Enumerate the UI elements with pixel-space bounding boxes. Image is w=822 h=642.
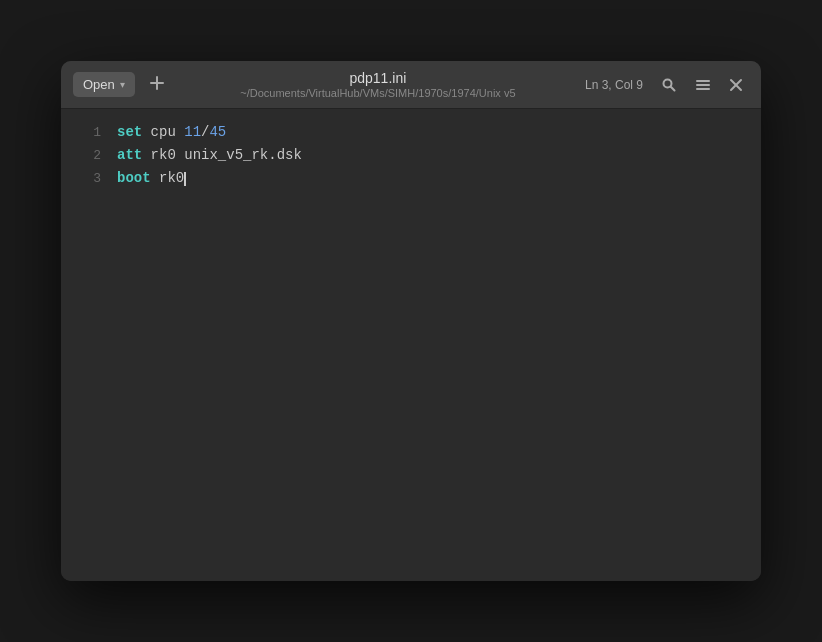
new-tab-button[interactable] xyxy=(143,71,171,98)
number-11: 11 xyxy=(184,124,201,140)
line-number-3: 3 xyxy=(77,169,101,190)
ln-col-display: Ln 3, Col 9 xyxy=(585,78,643,92)
search-icon xyxy=(661,77,677,93)
keyword-boot: boot xyxy=(117,170,151,186)
plus-icon xyxy=(149,75,165,91)
open-label: Open xyxy=(83,77,115,92)
line-3: 3 boot rk0 xyxy=(61,167,761,190)
line-number-1: 1 xyxy=(77,123,101,144)
keyword-set: set xyxy=(117,124,142,140)
title-center: pdp11.ini ~/Documents/VirtualHub/VMs/SIM… xyxy=(171,70,585,99)
close-icon xyxy=(728,77,744,93)
editor-area[interactable]: 1 set cpu 11/45 2 att rk0 unix_v5_rk.dsk… xyxy=(61,109,761,581)
editor-window: Open ▾ pdp11.ini ~/Documents/VirtualHub/… xyxy=(61,61,761,581)
chevron-down-icon: ▾ xyxy=(120,79,125,90)
number-45: 45 xyxy=(209,124,226,140)
filename: pdp11.ini xyxy=(171,70,585,86)
line-1: 1 set cpu 11/45 xyxy=(61,121,761,144)
keyword-att: att xyxy=(117,147,142,163)
titlebar: Open ▾ pdp11.ini ~/Documents/VirtualHub/… xyxy=(61,61,761,109)
line-number-2: 2 xyxy=(77,146,101,167)
line-content-2: att rk0 unix_v5_rk.dsk xyxy=(117,144,302,166)
menu-button[interactable] xyxy=(689,73,717,97)
filepath: ~/Documents/VirtualHub/VMs/SIMH/1970s/19… xyxy=(171,87,585,99)
close-button[interactable] xyxy=(723,72,749,98)
text-cursor xyxy=(184,172,186,186)
line-2: 2 att rk0 unix_v5_rk.dsk xyxy=(61,144,761,167)
line-content-3: boot rk0 xyxy=(117,167,186,189)
titlebar-right: Ln 3, Col 9 xyxy=(585,72,749,98)
menu-icon xyxy=(695,77,711,93)
open-button[interactable]: Open ▾ xyxy=(73,72,135,97)
svg-line-3 xyxy=(671,86,675,90)
search-button[interactable] xyxy=(655,73,683,97)
line-content-1: set cpu 11/45 xyxy=(117,121,226,143)
